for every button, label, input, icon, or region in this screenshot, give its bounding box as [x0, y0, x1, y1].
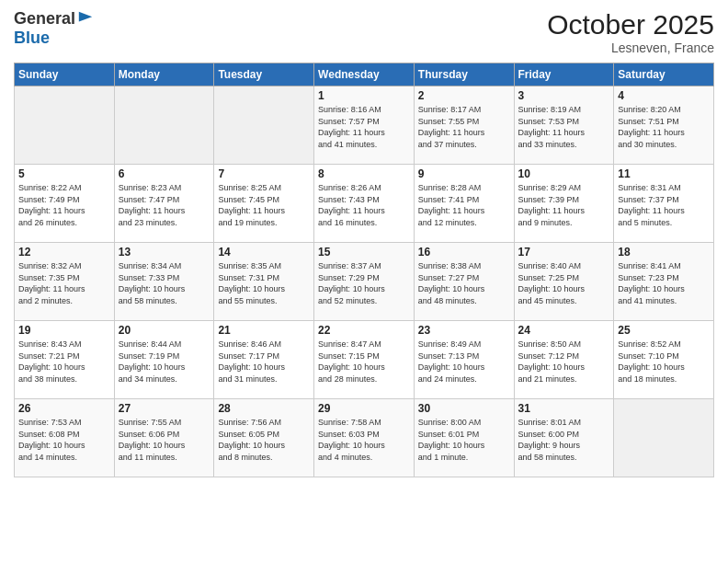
calendar-day-cell: 15Sunrise: 8:37 AM Sunset: 7:29 PM Dayli… [314, 243, 415, 321]
day-number: 7 [218, 167, 310, 180]
day-number: 25 [618, 324, 710, 337]
day-number: 20 [119, 324, 210, 337]
calendar-day-cell: 7Sunrise: 8:25 AM Sunset: 7:45 PM Daylig… [214, 165, 314, 243]
day-info: Sunrise: 8:20 AM Sunset: 7:51 PM Dayligh… [618, 104, 710, 150]
calendar-day-cell: 24Sunrise: 8:50 AM Sunset: 7:12 PM Dayli… [514, 321, 614, 399]
day-number: 18 [618, 246, 710, 259]
col-sunday: Sunday [15, 63, 115, 86]
day-number: 23 [418, 324, 510, 337]
calendar-day-cell: 19Sunrise: 8:43 AM Sunset: 7:21 PM Dayli… [15, 321, 115, 399]
calendar-day-cell: 22Sunrise: 8:47 AM Sunset: 7:15 PM Dayli… [314, 321, 415, 399]
day-info: Sunrise: 8:46 AM Sunset: 7:17 PM Dayligh… [218, 339, 310, 385]
calendar-day-cell: 29Sunrise: 7:58 AM Sunset: 6:03 PM Dayli… [314, 399, 415, 477]
logo: General Blue [14, 9, 94, 48]
day-info: Sunrise: 8:47 AM Sunset: 7:15 PM Dayligh… [318, 339, 410, 385]
day-number: 16 [418, 246, 510, 259]
day-info: Sunrise: 8:28 AM Sunset: 7:41 PM Dayligh… [418, 182, 510, 228]
day-info: Sunrise: 8:31 AM Sunset: 7:37 PM Dayligh… [618, 182, 710, 228]
day-number: 17 [518, 246, 610, 259]
day-info: Sunrise: 7:53 AM Sunset: 6:08 PM Dayligh… [18, 417, 110, 463]
calendar-day-cell: 13Sunrise: 8:34 AM Sunset: 7:33 PM Dayli… [114, 243, 214, 321]
day-info: Sunrise: 8:22 AM Sunset: 7:49 PM Dayligh… [18, 182, 110, 228]
day-info: Sunrise: 7:56 AM Sunset: 6:05 PM Dayligh… [218, 417, 310, 463]
month-title: October 2025 [547, 9, 714, 40]
day-number: 13 [119, 246, 210, 259]
logo-flag-icon [77, 10, 94, 27]
day-number: 19 [18, 324, 110, 337]
day-info: Sunrise: 8:26 AM Sunset: 7:43 PM Dayligh… [318, 182, 410, 228]
svg-marker-0 [79, 11, 92, 21]
day-number: 26 [18, 402, 110, 415]
day-number: 6 [119, 167, 210, 180]
day-info: Sunrise: 8:29 AM Sunset: 7:39 PM Dayligh… [518, 182, 610, 228]
day-info: Sunrise: 8:17 AM Sunset: 7:55 PM Dayligh… [418, 104, 510, 150]
calendar-day-cell: 26Sunrise: 7:53 AM Sunset: 6:08 PM Dayli… [15, 399, 115, 477]
day-info: Sunrise: 8:41 AM Sunset: 7:23 PM Dayligh… [618, 260, 710, 306]
day-info: Sunrise: 8:00 AM Sunset: 6:01 PM Dayligh… [418, 417, 510, 463]
calendar-day-cell [214, 86, 314, 165]
day-number: 15 [318, 246, 410, 259]
day-info: Sunrise: 7:55 AM Sunset: 6:06 PM Dayligh… [119, 417, 210, 463]
title-block: October 2025 Lesneven, France [547, 9, 714, 55]
calendar-day-cell: 2Sunrise: 8:17 AM Sunset: 7:55 PM Daylig… [414, 86, 514, 165]
day-number: 5 [18, 167, 110, 180]
calendar-day-cell: 27Sunrise: 7:55 AM Sunset: 6:06 PM Dayli… [114, 399, 214, 477]
calendar-day-cell: 4Sunrise: 8:20 AM Sunset: 7:51 PM Daylig… [614, 86, 714, 165]
calendar-day-cell: 14Sunrise: 8:35 AM Sunset: 7:31 PM Dayli… [214, 243, 314, 321]
calendar-day-cell: 9Sunrise: 8:28 AM Sunset: 7:41 PM Daylig… [414, 165, 514, 243]
day-number: 30 [418, 402, 510, 415]
day-number: 4 [618, 89, 710, 102]
day-number: 21 [218, 324, 310, 337]
day-number: 24 [518, 324, 610, 337]
calendar-day-cell [114, 86, 214, 165]
location-subtitle: Lesneven, France [547, 40, 714, 55]
day-number: 9 [418, 167, 510, 180]
day-info: Sunrise: 8:32 AM Sunset: 7:35 PM Dayligh… [18, 260, 110, 306]
col-monday: Monday [114, 63, 214, 86]
calendar-day-cell: 17Sunrise: 8:40 AM Sunset: 7:25 PM Dayli… [514, 243, 614, 321]
day-info: Sunrise: 8:44 AM Sunset: 7:19 PM Dayligh… [119, 339, 210, 385]
day-number: 1 [318, 89, 410, 102]
day-number: 31 [518, 402, 610, 415]
calendar-day-cell: 10Sunrise: 8:29 AM Sunset: 7:39 PM Dayli… [514, 165, 614, 243]
day-info: Sunrise: 7:58 AM Sunset: 6:03 PM Dayligh… [318, 417, 410, 463]
calendar-day-cell: 11Sunrise: 8:31 AM Sunset: 7:37 PM Dayli… [614, 165, 714, 243]
day-info: Sunrise: 8:50 AM Sunset: 7:12 PM Dayligh… [518, 339, 610, 385]
col-friday: Friday [514, 63, 614, 86]
day-number: 28 [218, 402, 310, 415]
col-wednesday: Wednesday [314, 63, 415, 86]
calendar-table: Sunday Monday Tuesday Wednesday Thursday… [14, 63, 714, 477]
calendar-day-cell: 12Sunrise: 8:32 AM Sunset: 7:35 PM Dayli… [15, 243, 115, 321]
col-thursday: Thursday [414, 63, 514, 86]
calendar-week-row: 12Sunrise: 8:32 AM Sunset: 7:35 PM Dayli… [15, 243, 714, 321]
day-info: Sunrise: 8:43 AM Sunset: 7:21 PM Dayligh… [18, 339, 110, 385]
day-info: Sunrise: 8:49 AM Sunset: 7:13 PM Dayligh… [418, 339, 510, 385]
calendar-day-cell: 20Sunrise: 8:44 AM Sunset: 7:19 PM Dayli… [114, 321, 214, 399]
day-info: Sunrise: 8:34 AM Sunset: 7:33 PM Dayligh… [119, 260, 210, 306]
col-tuesday: Tuesday [214, 63, 314, 86]
day-info: Sunrise: 8:19 AM Sunset: 7:53 PM Dayligh… [518, 104, 610, 150]
calendar-week-row: 1Sunrise: 8:16 AM Sunset: 7:57 PM Daylig… [15, 86, 714, 165]
calendar-day-cell [614, 399, 714, 477]
day-info: Sunrise: 8:52 AM Sunset: 7:10 PM Dayligh… [618, 339, 710, 385]
day-info: Sunrise: 8:25 AM Sunset: 7:45 PM Dayligh… [218, 182, 310, 228]
calendar-day-cell: 25Sunrise: 8:52 AM Sunset: 7:10 PM Dayli… [614, 321, 714, 399]
day-info: Sunrise: 8:16 AM Sunset: 7:57 PM Dayligh… [318, 104, 410, 150]
day-number: 10 [518, 167, 610, 180]
day-number: 8 [318, 167, 410, 180]
calendar-header-row: Sunday Monday Tuesday Wednesday Thursday… [15, 63, 714, 86]
calendar-day-cell: 23Sunrise: 8:49 AM Sunset: 7:13 PM Dayli… [414, 321, 514, 399]
calendar-week-row: 26Sunrise: 7:53 AM Sunset: 6:08 PM Dayli… [15, 399, 714, 477]
calendar-day-cell: 8Sunrise: 8:26 AM Sunset: 7:43 PM Daylig… [314, 165, 415, 243]
day-info: Sunrise: 8:40 AM Sunset: 7:25 PM Dayligh… [518, 260, 610, 306]
calendar-day-cell: 30Sunrise: 8:00 AM Sunset: 6:01 PM Dayli… [414, 399, 514, 477]
day-info: Sunrise: 8:37 AM Sunset: 7:29 PM Dayligh… [318, 260, 410, 306]
calendar-day-cell: 5Sunrise: 8:22 AM Sunset: 7:49 PM Daylig… [15, 165, 115, 243]
calendar-day-cell: 18Sunrise: 8:41 AM Sunset: 7:23 PM Dayli… [614, 243, 714, 321]
calendar-day-cell: 6Sunrise: 8:23 AM Sunset: 7:47 PM Daylig… [114, 165, 214, 243]
day-number: 12 [18, 246, 110, 259]
day-info: Sunrise: 8:01 AM Sunset: 6:00 PM Dayligh… [518, 417, 610, 463]
calendar-week-row: 5Sunrise: 8:22 AM Sunset: 7:49 PM Daylig… [15, 165, 714, 243]
day-info: Sunrise: 8:35 AM Sunset: 7:31 PM Dayligh… [218, 260, 310, 306]
day-number: 11 [618, 167, 710, 180]
